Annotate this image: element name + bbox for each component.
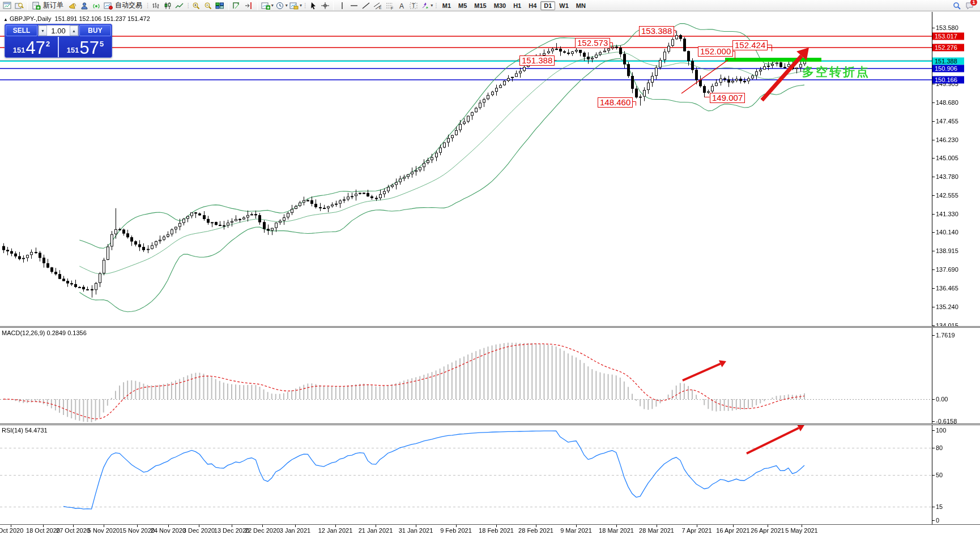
svg-text:A: A — [399, 2, 404, 10]
price-callout-label[interactable]: 152.573 — [575, 38, 610, 48]
date-axis-label: 15 Nov 2020 — [120, 527, 155, 534]
zoom-in-icon[interactable] — [191, 1, 202, 11]
price-tick-label: 142.555 — [936, 192, 958, 199]
bid-point: 2 — [46, 40, 50, 48]
ask-price[interactable]: 151 57 5 — [59, 37, 112, 58]
timeframe-m5[interactable]: M5 — [455, 1, 470, 10]
trade-panel-price-row: 151 47 2 151 57 5 — [5, 37, 112, 58]
notifications-icon[interactable]: 1 — [964, 1, 975, 11]
bar-chart-type-icon[interactable] — [150, 1, 161, 11]
chart-shift-icon[interactable] — [244, 1, 254, 11]
svg-text:F: F — [391, 6, 393, 10]
volume-up-button[interactable]: ▲ — [70, 25, 78, 36]
date-axis-label: 28 Mar 2021 — [639, 527, 674, 534]
timeframe-w1[interactable]: W1 — [556, 1, 572, 10]
timeframe-m1[interactable]: M1 — [439, 1, 454, 10]
pane-separator-macd[interactable] — [0, 326, 980, 328]
templates-icon[interactable] — [289, 1, 300, 11]
new-order-icon[interactable] — [31, 1, 41, 11]
svg-text:E: E — [379, 6, 382, 10]
indicators-icon[interactable] — [261, 1, 271, 11]
text-label-tool-icon[interactable]: T — [408, 1, 419, 11]
date-axis-label: 24 Nov 2020 — [151, 527, 186, 534]
price-callout-label[interactable]: 151.388 — [519, 55, 555, 66]
equidistant-channel-tool-icon[interactable]: E — [372, 1, 383, 11]
price-tick-label: 137.690 — [936, 266, 958, 273]
indicators-caret[interactable]: ▾ — [271, 3, 274, 8]
line-chart-type-icon[interactable] — [174, 1, 185, 11]
ask-prefix: 151 — [67, 46, 79, 54]
symbol-info-line: ▲GBPJPY-,Daily 151.891 152.106 151.237 1… — [3, 15, 150, 22]
price-callout-label[interactable]: 148.460 — [598, 97, 633, 108]
vertical-line-tool-icon[interactable] — [336, 1, 347, 11]
market-watch-icon[interactable] — [14, 1, 24, 11]
timeframe-m15[interactable]: M15 — [471, 1, 489, 10]
price-callout-label[interactable]: 149.007 — [710, 93, 745, 103]
ask-point: 5 — [100, 40, 104, 48]
autotrading-icon[interactable] — [103, 1, 113, 11]
chart-canvas[interactable] — [0, 0, 980, 535]
periods-caret[interactable]: ▾ — [286, 3, 288, 8]
text-tool-icon[interactable]: A — [396, 1, 407, 11]
rsi-tick-label: 50 — [936, 472, 943, 478]
price-tick-label: 135.240 — [936, 303, 958, 310]
volume-value[interactable]: 1.00 — [47, 25, 70, 36]
price-line-badge: 153.017 — [932, 33, 964, 40]
date-axis-label: 31 Jan 2021 — [399, 527, 433, 534]
price-tick-label: 153.580 — [936, 24, 958, 31]
templates-caret[interactable]: ▾ — [300, 3, 302, 8]
date-axis-label: 26 Apr 2021 — [751, 527, 784, 534]
zoom-out-icon[interactable] — [203, 1, 214, 11]
fibonacci-tool-icon[interactable]: F — [384, 1, 395, 11]
price-callout-label[interactable]: 153.388 — [639, 26, 674, 36]
price-callout-label[interactable]: 152.424 — [732, 40, 768, 50]
horizontal-line-tool-icon[interactable] — [348, 1, 359, 11]
bid-price[interactable]: 151 47 2 — [5, 37, 58, 58]
arrows-tool-caret[interactable]: ▾ — [431, 3, 433, 8]
new-chart-icon[interactable] — [2, 1, 12, 11]
timeframe-h4[interactable]: H4 — [525, 1, 540, 10]
signals-icon[interactable] — [91, 1, 101, 11]
new-order-label[interactable]: 新订单 — [43, 1, 63, 10]
date-axis-label: 5 May 2021 — [785, 527, 817, 534]
date-axis-label: Oct 2020 — [0, 527, 23, 534]
candlestick-type-icon[interactable] — [162, 1, 173, 11]
toolbar: 新订单 自动交易 ┆ ┆ ▾ ▾ ▾ ┆ E F A T ▾ ┆ M1M5M15… — [0, 0, 980, 11]
trendline-tool-icon[interactable] — [360, 1, 371, 11]
date-axis-label: 16 Apr 2021 — [716, 527, 749, 534]
toolbar-separator — [228, 1, 229, 10]
tile-windows-icon[interactable] — [215, 1, 225, 11]
search-icon[interactable] — [951, 1, 962, 11]
price-line-badge: 152.276 — [932, 44, 964, 52]
volume-stepper: ▼ 1.00 ▲ — [38, 25, 79, 36]
date-axis-separator — [0, 524, 980, 525]
sell-button[interactable]: SELL — [6, 25, 37, 36]
toolbar-separator — [333, 1, 334, 10]
timeframe-h1[interactable]: H1 — [510, 1, 525, 10]
timeframe-mn[interactable]: MN — [573, 1, 589, 10]
community-icon[interactable] — [79, 1, 90, 11]
auto-arrange-icon[interactable] — [232, 1, 242, 11]
buy-button[interactable]: BUY — [79, 25, 111, 36]
bull-bear-turning-point-annotation[interactable]: 多空转折点 — [802, 64, 870, 80]
price-tick-label: 143.780 — [936, 173, 958, 180]
collapse-arrow-icon[interactable]: ▲ — [3, 17, 8, 22]
ask-pips: 57 — [79, 40, 99, 56]
bid-prefix: 151 — [13, 46, 25, 54]
crosshair-tool-icon[interactable] — [319, 1, 330, 11]
arrows-tool-icon[interactable] — [420, 1, 431, 11]
price-tick-label: 136.465 — [936, 285, 958, 292]
alerts-icon[interactable] — [67, 1, 78, 11]
periods-icon[interactable] — [275, 1, 286, 11]
toolbar-handle: ┆ — [146, 3, 148, 8]
cursor-tool-icon[interactable] — [308, 1, 318, 11]
volume-down-button[interactable]: ▼ — [39, 25, 47, 36]
bid-pips: 47 — [25, 40, 45, 56]
timeframe-m30[interactable]: M30 — [491, 1, 509, 10]
price-callout-label[interactable]: 152.000 — [698, 46, 733, 57]
date-axis-label: 27 Oct 2020 — [56, 527, 90, 534]
toolbar-separator — [257, 1, 258, 10]
pane-separator-rsi[interactable] — [0, 423, 980, 425]
timeframe-d1[interactable]: D1 — [540, 1, 555, 10]
autotrading-label[interactable]: 自动交易 — [115, 1, 142, 10]
